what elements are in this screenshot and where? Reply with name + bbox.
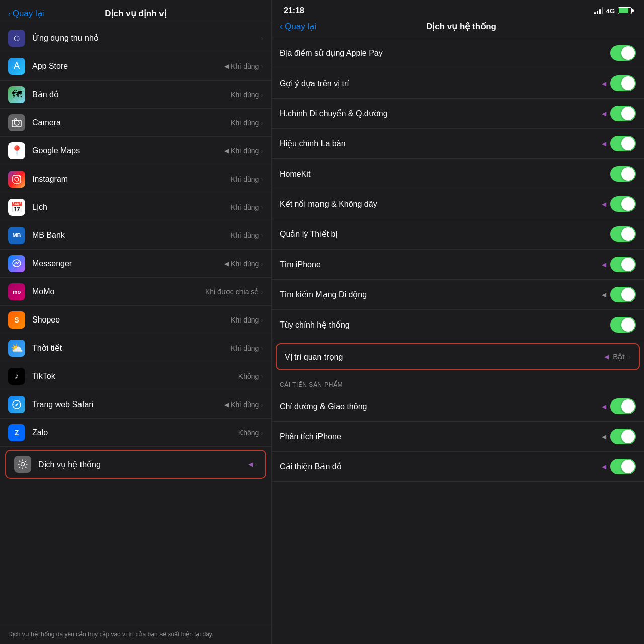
list-item[interactable]: A App Store ◀ Khi dùng › [0, 52, 271, 80]
list-item[interactable]: MB MB Bank Khi dùng › [0, 221, 271, 250]
battery-fill [619, 8, 628, 13]
status-bar: 21:18 4G [272, 0, 644, 17]
location-arrow-icon: ◀ [224, 63, 229, 70]
item-right: Không › [238, 429, 263, 437]
toggle-apple-pay[interactable] [610, 45, 636, 61]
status-icons: 4G [594, 7, 632, 15]
right-list-item[interactable]: Phân tích iPhone ◀ [272, 422, 644, 452]
right-list-item[interactable]: Tùy chỉnh hệ thống [272, 310, 644, 340]
item-right: Khi dùng › [231, 231, 263, 239]
item-name: Shopee [32, 315, 231, 325]
item-right: › [261, 34, 263, 42]
highlighted-system-services-item[interactable]: Dịch vụ hệ thống ◀ › [5, 450, 266, 479]
list-item[interactable]: Instagram Khi dùng › [0, 165, 271, 193]
right-list-item[interactable]: Cải thiện Bản đồ ◀ [272, 452, 644, 482]
item-name: Tùy chỉnh hệ thống [280, 320, 610, 330]
chevron-icon: › [261, 400, 263, 409]
chevron-icon: › [261, 372, 263, 380]
right-list-item[interactable]: Hiệu chỉnh La bàn ◀ [272, 129, 644, 159]
svg-point-5 [19, 176, 20, 177]
right-list-item[interactable]: Quản lý Thiết bị [272, 219, 644, 250]
item-right: Khi dùng › [231, 344, 263, 352]
list-item[interactable]: 📍 Google Maps ◀ Khi dùng › [0, 137, 271, 165]
item-status: Khi dùng [231, 400, 259, 409]
list-item[interactable]: S Shopee Khi dùng › [0, 306, 271, 334]
left-back-button[interactable]: ‹ Quay lại [8, 8, 44, 19]
toggle-chi-duong[interactable] [610, 398, 636, 414]
toggle-ket-noi[interactable] [610, 196, 636, 212]
purple-location-arrow-icon: ◀ [602, 463, 606, 470]
item-right: ◀ [602, 459, 636, 474]
toggle-hieu-chinh[interactable] [610, 136, 636, 151]
app-icon-thoitiet: ⛅ [8, 340, 25, 357]
item-status: Khi được chia sẻ [205, 288, 259, 296]
item-name: Camera [32, 118, 231, 127]
highlighted-vi-tri-item[interactable]: Vị trí quan trọng ◀ Bật › [276, 343, 640, 370]
purple-location-arrow-icon: ◀ [602, 201, 606, 208]
item-status: Khi dùng [231, 260, 259, 268]
list-item[interactable]: Camera Khi dùng › [0, 109, 271, 137]
chevron-icon: › [261, 62, 263, 70]
toggle-quan-ly[interactable] [610, 226, 636, 242]
list-item[interactable]: 🗺 Bản đồ Khi dùng › [0, 80, 271, 109]
item-name: Gợi ý dựa trên vị trí [280, 78, 602, 88]
right-list-item[interactable]: H.chỉnh Di chuyển & Q.đường ◀ [272, 99, 644, 129]
chevron-icon: › [261, 260, 263, 268]
right-list-item[interactable]: Địa điểm sử dụng Apple Pay [272, 38, 644, 68]
list-item[interactable]: ⛅ Thời tiết Khi dùng › [0, 334, 271, 362]
app-icon-zalo: Z [8, 424, 25, 441]
toggle-homekit[interactable] [610, 166, 636, 182]
item-name: Messenger [32, 259, 224, 268]
toggle-phan-tich[interactable] [610, 429, 636, 444]
app-icon-maps: 🗺 [8, 86, 25, 103]
toggle-tuy-chinh[interactable] [610, 317, 636, 333]
item-name: Ứng dụng thu nhỏ [32, 33, 261, 43]
list-item[interactable]: mo MoMo Khi được chia sẻ › [0, 278, 271, 306]
location-arrow-icon: ◀ [224, 260, 229, 267]
right-back-button[interactable]: ‹ Quay lại [280, 21, 316, 32]
toggle-cai-thien[interactable] [610, 459, 636, 474]
list-item[interactable]: ♪ TikTok Không › [0, 362, 271, 390]
toggle-tim-kiem[interactable] [610, 287, 636, 302]
signal-bar-3 [599, 9, 601, 14]
toggle-tim-iphone[interactable] [610, 257, 636, 272]
right-list-item[interactable]: Tìm iPhone ◀ [272, 250, 644, 280]
location-arrow-icon: ◀ [224, 401, 229, 408]
section-header: CẢI TIẾN SẢN PHẨM [272, 373, 644, 391]
item-right: ◀ [602, 287, 636, 302]
item-right: Khi dùng › [231, 316, 263, 324]
item-right [610, 45, 636, 61]
item-name: Tìm kiếm Mạng Di động [280, 290, 602, 299]
list-item[interactable]: Z Zalo Không › [0, 419, 271, 447]
list-item[interactable]: Trang web Safari ◀ Khi dùng › [0, 390, 271, 419]
chevron-icon: › [261, 429, 263, 437]
item-status: Khi dùng [231, 175, 259, 183]
item-right: ◀ › [248, 460, 257, 468]
item-status: Khi dùng [231, 316, 259, 324]
purple-location-arrow-icon: ◀ [602, 261, 606, 268]
toggle-hchinh[interactable] [610, 106, 636, 121]
right-list-item[interactable]: HomeKit [272, 159, 644, 189]
item-right [610, 317, 636, 333]
item-name: MB Bank [32, 231, 231, 240]
chevron-icon: › [261, 147, 263, 155]
right-list-item[interactable]: Gợi ý dựa trên vị trí ◀ [272, 68, 644, 99]
item-name: MoMo [32, 287, 205, 296]
item-name: Hiệu chỉnh La bàn [280, 139, 602, 148]
right-list-item[interactable]: Tìm kiếm Mạng Di động ◀ [272, 280, 644, 310]
left-footer: Dịch vụ hệ thống đã yêu cầu truy cập vào… [0, 624, 271, 644]
item-name: Lịch [32, 202, 231, 212]
item-name: Instagram [32, 175, 231, 184]
left-panel: ‹ Quay lại Dịch vụ định vị ⬡ Ứng dụng th… [0, 0, 272, 644]
right-list-item[interactable]: Chỉ đường & Giao thông ◀ [272, 391, 644, 422]
item-right: ◀ [602, 196, 636, 212]
list-item[interactable]: Messenger ◀ Khi dùng › [0, 250, 271, 278]
app-icon-system-services [14, 456, 31, 473]
right-list-item[interactable]: Kết nối mạng & Không dây ◀ [272, 189, 644, 219]
list-item[interactable]: ⬡ Ứng dụng thu nhỏ › [0, 24, 271, 52]
item-name: Cải thiện Bản đồ [280, 462, 602, 471]
list-item[interactable]: 📅 Lịch Khi dùng › [0, 193, 271, 221]
back-chevron-icon: ‹ [280, 21, 283, 32]
toggle-goi-y[interactable] [610, 75, 636, 91]
right-panel: 21:18 4G ‹ Quay lại Dịch vụ hệ thống Địa… [272, 0, 644, 644]
